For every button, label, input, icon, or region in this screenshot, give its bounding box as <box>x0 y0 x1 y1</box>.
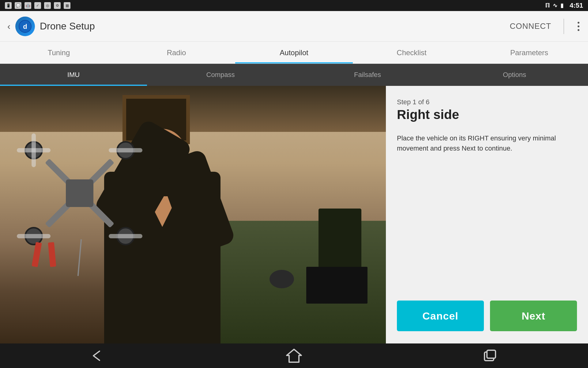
tab-parameters[interactable]: Parameters <box>470 42 588 63</box>
menu-dot-2 <box>578 25 579 27</box>
app-logo: d <box>15 17 35 36</box>
check-icon: ✓ <box>34 2 41 9</box>
drone-prop-bl-h <box>17 234 51 238</box>
drone-motor-tl <box>24 141 43 159</box>
subtab-imu[interactable]: IMU <box>0 64 147 86</box>
tab-autopilot[interactable]: Autopilot <box>235 42 353 63</box>
video-frame <box>0 86 386 343</box>
desk-item-monitor <box>318 209 361 270</box>
subtab-options[interactable]: Options <box>441 64 588 86</box>
app-title: Drone Setup <box>40 21 95 32</box>
drone-motor-br <box>116 227 135 245</box>
svg-rect-4 <box>487 350 496 358</box>
info-panel: Step 1 of 6 Right side Place the vehicle… <box>386 86 588 343</box>
status-icons-left: 📱 💬 🤖 ✓ ◎ ⚙ ▦ <box>5 2 70 9</box>
sim-icon: 📱 <box>5 2 12 9</box>
drone-motor-tr <box>116 141 135 159</box>
subtab-compass[interactable]: Compass <box>147 64 294 86</box>
step-title: Right side <box>397 107 577 122</box>
barcode-icon: ▦ <box>64 2 70 9</box>
drone <box>9 129 150 258</box>
chat-icon: 💬 <box>15 2 21 9</box>
drone-prop-br-h <box>109 234 142 238</box>
keyboard <box>306 267 368 304</box>
cancel-button[interactable]: Cancel <box>397 301 484 331</box>
status-bar: 📱 💬 🤖 ✓ ◎ ⚙ ▦ ℿ ∿ ▮ 4:51 <box>0 0 588 11</box>
app-bar: ‹ d Drone Setup CONNECT <box>0 11 588 42</box>
app-bar-divider <box>564 19 564 34</box>
menu-button[interactable] <box>576 21 581 32</box>
video-area <box>0 86 386 343</box>
circle-icon: ◎ <box>44 2 51 9</box>
back-arrow-icon[interactable]: ‹ <box>7 21 10 32</box>
battery-icon: ▮ <box>560 2 564 9</box>
next-button[interactable]: Next <box>490 301 577 331</box>
wifi-icon: ∿ <box>553 2 557 9</box>
top-nav: Tuning Radio Autopilot Checklist Paramet… <box>0 42 588 64</box>
svg-marker-2 <box>287 349 301 362</box>
step-info: Step 1 of 6 Right side <box>397 98 577 122</box>
menu-dot-3 <box>578 29 579 31</box>
nav-recent-button[interactable] <box>478 348 502 363</box>
bluetooth-icon: ℿ <box>545 2 550 9</box>
drone-prop-tl-v <box>32 133 36 167</box>
nav-home-button[interactable] <box>282 348 306 363</box>
drone-prop-tr-h <box>109 148 142 152</box>
subtab-failsafes[interactable]: Failsafes <box>294 64 441 86</box>
bottom-nav <box>0 343 588 368</box>
button-row: Cancel Next <box>397 294 577 331</box>
tab-tuning[interactable]: Tuning <box>0 42 118 63</box>
drone-app-icon: ⚙ <box>54 2 61 9</box>
nav-back-button[interactable] <box>86 348 110 363</box>
android-icon: 🤖 <box>24 2 31 9</box>
svg-text:d: d <box>23 23 27 30</box>
step-label: Step 1 of 6 <box>397 98 577 106</box>
app-bar-left: ‹ d Drone Setup <box>7 17 95 36</box>
step-description: Place the vehicle on its RIGHT ensuring … <box>397 133 577 288</box>
menu-dot-1 <box>578 22 579 24</box>
main-content: Step 1 of 6 Right side Place the vehicle… <box>0 86 588 343</box>
drone-center <box>66 179 93 207</box>
status-icons-right: ℿ ∿ ▮ 4:51 <box>545 2 583 10</box>
mouse <box>270 270 294 288</box>
tab-radio[interactable]: Radio <box>118 42 235 63</box>
status-time: 4:51 <box>570 2 583 10</box>
connect-button[interactable]: CONNECT <box>510 21 551 31</box>
sub-nav: IMU Compass Failsafes Options <box>0 64 588 86</box>
ceiling-area <box>0 86 386 132</box>
tab-checklist[interactable]: Checklist <box>353 42 470 63</box>
app-bar-right: CONNECT <box>510 19 581 34</box>
